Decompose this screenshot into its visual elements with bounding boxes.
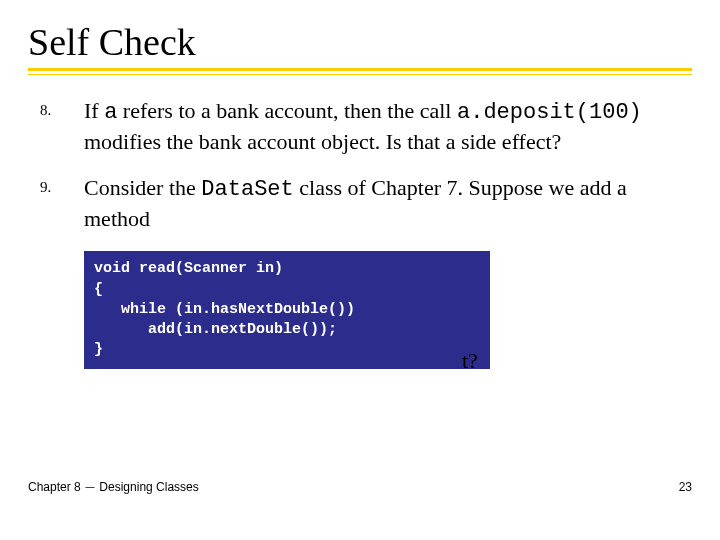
item-body: If a refers to a bank account, then the … [84, 97, 692, 156]
item-body: Consider the DataSet class of Chapter 7.… [84, 174, 692, 233]
footer-left: Chapter 8 ⸺ Designing Classes [28, 480, 199, 494]
code-block: void read(Scanner in) { while (in.hasNex… [84, 251, 490, 368]
text: modifies the bank account object. Is tha… [84, 129, 561, 154]
item-number: 9. [40, 174, 84, 233]
item-list: 8. If a refers to a bank account, then t… [28, 97, 692, 233]
item-number: 8. [40, 97, 84, 156]
inline-code: a.deposit(100) [457, 100, 642, 125]
slide-title: Self Check [28, 20, 692, 64]
list-item: 8. If a refers to a bank account, then t… [40, 97, 692, 156]
inline-code: a [104, 100, 117, 125]
list-item: 9. Consider the DataSet class of Chapter… [40, 174, 692, 233]
slide: Self Check 8. If a refers to a bank acco… [0, 0, 720, 540]
text: If [84, 98, 104, 123]
page-number: 23 [679, 480, 692, 494]
text: refers to a bank account, then the call [117, 98, 457, 123]
occluded-text: t? [462, 348, 478, 374]
title-underline [28, 68, 692, 75]
footer: Chapter 8 ⸺ Designing Classes 23 [28, 480, 692, 494]
inline-code: DataSet [201, 177, 293, 202]
text: Consider the [84, 175, 201, 200]
